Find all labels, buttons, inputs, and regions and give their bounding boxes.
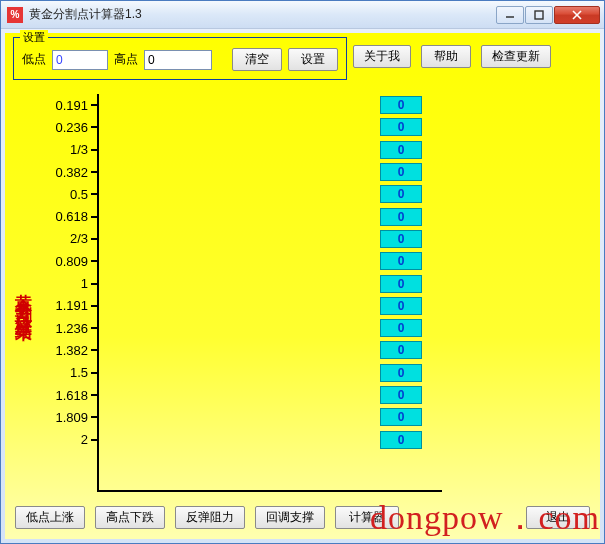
result-row: 0.8090 bbox=[35, 250, 592, 272]
ratio-label: 1.5 bbox=[35, 365, 91, 380]
result-value: 0 bbox=[380, 319, 422, 337]
results-chart: 0.19100.23601/300.38200.500.61802/300.80… bbox=[35, 88, 592, 498]
check-update-button[interactable]: 检查更新 bbox=[481, 45, 551, 68]
settings-group-title: 设置 bbox=[20, 30, 48, 45]
ratio-label: 1.382 bbox=[35, 343, 91, 358]
result-row: 20 bbox=[35, 428, 592, 450]
calculator-button[interactable]: 计算器 bbox=[335, 506, 399, 529]
result-row: 1.3820 bbox=[35, 339, 592, 361]
result-value: 0 bbox=[380, 364, 422, 382]
result-row: 1.1910 bbox=[35, 295, 592, 317]
about-button[interactable]: 关于我 bbox=[353, 45, 411, 68]
rebound-resistance-button[interactable]: 反弹阻力 bbox=[175, 506, 245, 529]
axis-tick bbox=[91, 126, 99, 128]
axis-tick bbox=[91, 283, 99, 285]
result-value: 0 bbox=[380, 275, 422, 293]
close-button[interactable] bbox=[554, 6, 600, 24]
app-icon: % bbox=[7, 7, 23, 23]
result-value: 0 bbox=[380, 208, 422, 226]
client-area: 设置 低点 高点 清空 设置 关于我 帮助 检查更新 黄金分割点计算结果 0.1… bbox=[5, 33, 600, 539]
axis-tick bbox=[91, 238, 99, 240]
axis-tick bbox=[91, 305, 99, 307]
result-value: 0 bbox=[380, 431, 422, 449]
ratio-label: 0.618 bbox=[35, 209, 91, 224]
result-row: 10 bbox=[35, 272, 592, 294]
ratio-label: 1.191 bbox=[35, 298, 91, 313]
ratio-label: 1 bbox=[35, 276, 91, 291]
result-row: 0.50 bbox=[35, 183, 592, 205]
axis-tick bbox=[91, 416, 99, 418]
ratio-label: 1/3 bbox=[35, 142, 91, 157]
result-row: 1.6180 bbox=[35, 384, 592, 406]
result-row: 0.3820 bbox=[35, 161, 592, 183]
ratio-label: 0.382 bbox=[35, 165, 91, 180]
axis-tick bbox=[91, 260, 99, 262]
ratio-label: 0.191 bbox=[35, 98, 91, 113]
axis-tick bbox=[91, 193, 99, 195]
result-value: 0 bbox=[380, 297, 422, 315]
settings-button[interactable]: 设置 bbox=[288, 48, 338, 71]
axis-tick bbox=[91, 372, 99, 374]
results-title: 黄金分割点计算结果 bbox=[13, 88, 35, 498]
axis-tick bbox=[91, 327, 99, 329]
ratio-label: 0.809 bbox=[35, 254, 91, 269]
axis-tick bbox=[91, 149, 99, 151]
result-value: 0 bbox=[380, 252, 422, 270]
top-row: 设置 低点 高点 清空 设置 关于我 帮助 检查更新 bbox=[13, 37, 592, 80]
pullback-support-button[interactable]: 回调支撑 bbox=[255, 506, 325, 529]
result-row: 0.1910 bbox=[35, 94, 592, 116]
result-value: 0 bbox=[380, 408, 422, 426]
ratio-label: 0.236 bbox=[35, 120, 91, 135]
low-label: 低点 bbox=[22, 51, 46, 68]
app-window: % 黄金分割点计算器1.3 设置 低点 高点 清空 设置 bbox=[0, 0, 605, 544]
titlebar: % 黄金分割点计算器1.3 bbox=[1, 1, 604, 29]
ratio-label: 2/3 bbox=[35, 231, 91, 246]
ratio-label: 1.236 bbox=[35, 321, 91, 336]
result-value: 0 bbox=[380, 185, 422, 203]
ratio-label: 1.809 bbox=[35, 410, 91, 425]
result-row: 1/30 bbox=[35, 139, 592, 161]
bottom-buttons: 低点上涨 高点下跌 反弹阻力 回调支撑 计算器 退出 bbox=[13, 498, 592, 531]
clear-button[interactable]: 清空 bbox=[232, 48, 282, 71]
exit-button[interactable]: 退出 bbox=[526, 506, 590, 529]
ratio-label: 1.618 bbox=[35, 388, 91, 403]
svg-rect-1 bbox=[535, 11, 543, 19]
result-value: 0 bbox=[380, 341, 422, 359]
axis-horizontal bbox=[97, 490, 442, 492]
high-label: 高点 bbox=[114, 51, 138, 68]
result-row: 0.2360 bbox=[35, 116, 592, 138]
axis-tick bbox=[91, 171, 99, 173]
axis-tick bbox=[91, 394, 99, 396]
window-title: 黄金分割点计算器1.3 bbox=[29, 6, 496, 23]
result-row: 1.8090 bbox=[35, 406, 592, 428]
ratio-label: 2 bbox=[35, 432, 91, 447]
high-input[interactable] bbox=[144, 50, 212, 70]
low-input[interactable] bbox=[52, 50, 108, 70]
window-controls bbox=[496, 6, 600, 24]
axis-tick bbox=[91, 104, 99, 106]
help-button[interactable]: 帮助 bbox=[421, 45, 471, 68]
minimize-button[interactable] bbox=[496, 6, 524, 24]
high-drop-button[interactable]: 高点下跌 bbox=[95, 506, 165, 529]
axis-tick bbox=[91, 349, 99, 351]
axis-tick bbox=[91, 439, 99, 441]
settings-group: 设置 低点 高点 清空 设置 bbox=[13, 37, 347, 80]
result-value: 0 bbox=[380, 96, 422, 114]
result-row: 0.6180 bbox=[35, 205, 592, 227]
low-rise-button[interactable]: 低点上涨 bbox=[15, 506, 85, 529]
result-value: 0 bbox=[380, 163, 422, 181]
ratio-label: 0.5 bbox=[35, 187, 91, 202]
top-buttons: 关于我 帮助 检查更新 bbox=[353, 37, 551, 68]
axis-tick bbox=[91, 216, 99, 218]
results-rows: 0.19100.23601/300.38200.500.61802/300.80… bbox=[35, 94, 592, 451]
result-value: 0 bbox=[380, 386, 422, 404]
result-value: 0 bbox=[380, 141, 422, 159]
result-row: 1.50 bbox=[35, 362, 592, 384]
result-value: 0 bbox=[380, 118, 422, 136]
result-value: 0 bbox=[380, 230, 422, 248]
result-row: 1.2360 bbox=[35, 317, 592, 339]
results-area: 黄金分割点计算结果 0.19100.23601/300.38200.500.61… bbox=[13, 88, 592, 498]
maximize-button[interactable] bbox=[525, 6, 553, 24]
result-row: 2/30 bbox=[35, 228, 592, 250]
